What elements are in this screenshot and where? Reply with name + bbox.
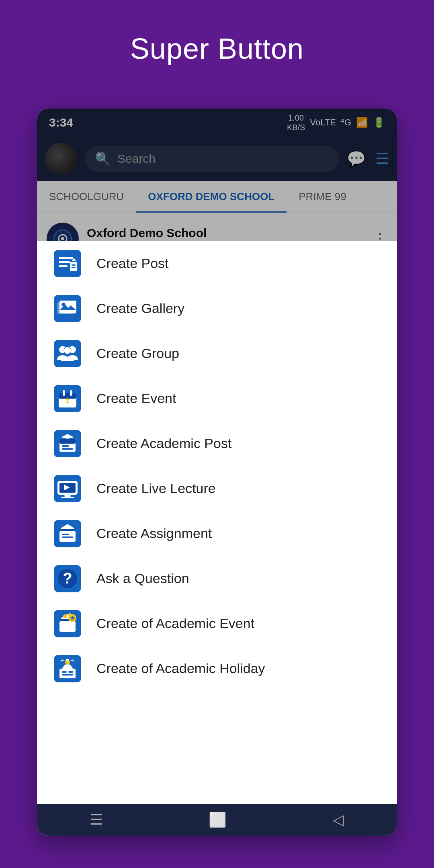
create-academic-post-label: Create Academic Post — [96, 436, 231, 451]
svg-rect-38 — [64, 495, 71, 497]
svg-rect-6 — [59, 265, 68, 267]
svg-rect-44 — [62, 534, 69, 535]
create-group-icon — [53, 339, 82, 368]
svg-text:?: ? — [63, 570, 72, 587]
svg-rect-42 — [61, 529, 74, 531]
svg-rect-29 — [59, 439, 76, 444]
svg-point-19 — [64, 347, 71, 354]
page-title: Super Button — [0, 0, 434, 89]
menu-item-create-gallery[interactable]: Create Gallery — [37, 286, 397, 331]
svg-rect-13 — [59, 301, 76, 313]
create-post-icon — [53, 249, 82, 278]
bottom-nav: ☰ ⬜ ◁ — [37, 804, 397, 836]
super-button-menu: Create Post Create Gallery — [37, 241, 397, 804]
menu-item-create-group[interactable]: Create Group — [37, 331, 397, 376]
svg-rect-52 — [59, 621, 76, 632]
menu-item-create-post[interactable]: Create Post — [37, 241, 397, 286]
create-live-lecture-icon — [53, 474, 82, 503]
svg-rect-31 — [62, 445, 69, 447]
menu-item-ask-question[interactable]: ? Ask a Question — [37, 556, 397, 601]
dim-overlay — [37, 108, 397, 241]
create-live-lecture-label: Create Live Lecture — [96, 481, 216, 496]
create-event-icon — [53, 384, 82, 413]
svg-rect-58 — [59, 669, 76, 678]
svg-rect-4 — [59, 257, 73, 259]
create-post-label: Create Post — [96, 256, 169, 271]
svg-point-26 — [66, 398, 69, 401]
svg-rect-63 — [62, 674, 73, 676]
menu-item-create-academic-holiday[interactable]: Create of Academic Holiday — [37, 646, 397, 691]
create-assignment-label: Create Assignment — [96, 526, 212, 541]
create-gallery-icon — [53, 294, 82, 323]
svg-point-56 — [68, 613, 72, 616]
nav-menu-icon[interactable]: ☰ — [90, 811, 103, 828]
menu-item-create-live-lecture[interactable]: Create Live Lecture — [37, 466, 397, 511]
svg-rect-5 — [59, 261, 70, 263]
menu-item-create-assignment[interactable]: Create Assignment — [37, 511, 397, 556]
create-academic-holiday-label: Create of Academic Holiday — [96, 661, 265, 676]
svg-rect-60 — [66, 659, 69, 661]
svg-rect-62 — [68, 671, 73, 673]
svg-rect-7 — [70, 262, 77, 271]
create-academic-holiday-icon — [53, 654, 82, 683]
svg-point-55 — [63, 614, 67, 618]
phone-frame: 3:34 1.00KB/S VoLTE ⁴G 📶 🔋 🔍 Search 💬 ☰ … — [37, 108, 397, 836]
svg-rect-61 — [62, 671, 67, 673]
svg-rect-39 — [61, 497, 74, 498]
svg-rect-45 — [62, 536, 73, 538]
menu-item-create-academic-post[interactable]: Create Academic Post — [37, 421, 397, 466]
menu-item-create-academic-event[interactable]: ★ Create of Academic Event — [37, 601, 397, 646]
create-assignment-icon — [53, 519, 82, 548]
create-event-label: Create Event — [96, 391, 176, 406]
nav-back-icon[interactable]: ◁ — [333, 811, 344, 828]
menu-item-create-event[interactable]: Create Event — [37, 376, 397, 421]
svg-rect-10 — [72, 267, 76, 268]
svg-rect-32 — [62, 448, 73, 450]
create-academic-event-icon: ★ — [53, 609, 82, 638]
create-academic-event-label: Create of Academic Event — [96, 616, 254, 631]
svg-rect-24 — [70, 390, 72, 396]
create-gallery-label: Create Gallery — [96, 301, 184, 316]
create-academic-post-icon — [53, 429, 82, 458]
svg-rect-23 — [63, 390, 65, 396]
svg-rect-22 — [59, 393, 76, 399]
nav-home-icon[interactable]: ⬜ — [209, 811, 227, 828]
ask-question-icon: ? — [53, 564, 82, 593]
svg-rect-9 — [72, 264, 76, 266]
ask-question-label: Ask a Question — [96, 571, 189, 586]
create-group-label: Create Group — [96, 346, 179, 361]
